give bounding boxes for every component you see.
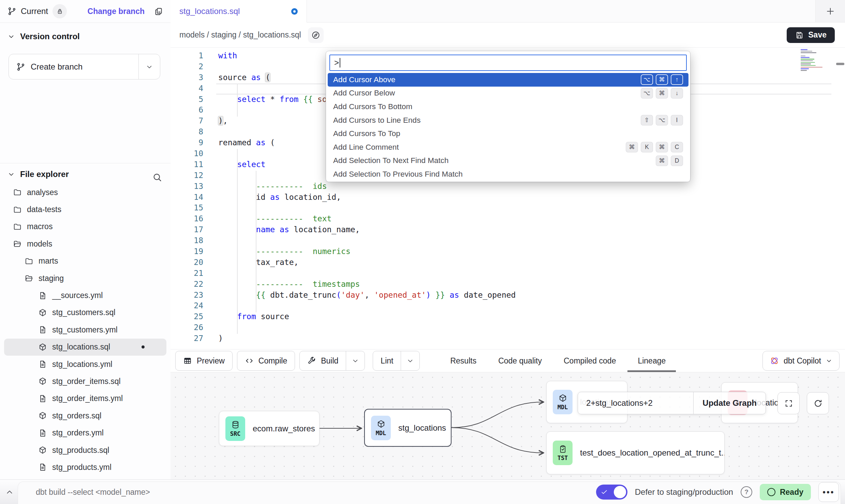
build-button[interactable]: Build: [299, 351, 365, 371]
lineage-selector-input[interactable]: 2+stg_locations+2: [578, 392, 693, 414]
line-number: 19: [171, 246, 209, 257]
fullscreen-button[interactable]: [777, 392, 800, 414]
copy-icon[interactable]: [154, 7, 163, 16]
folder-icon: [13, 222, 22, 231]
file-item-stg-products-yml[interactable]: stg_products.yml: [4, 459, 166, 476]
file-icon: [38, 360, 47, 369]
explore-lineage-button[interactable]: [308, 27, 324, 43]
file-explorer-header[interactable]: File explorer: [0, 163, 171, 179]
tab-code-quality[interactable]: Code quality: [498, 350, 542, 372]
build-dropdown[interactable]: [346, 351, 365, 370]
folder-item-staging[interactable]: staging: [4, 270, 166, 287]
create-branch-button[interactable]: Create branch: [9, 54, 160, 79]
model-cube-icon: [38, 308, 47, 317]
file-item-stg-locations-yml[interactable]: stg_locations.yml: [4, 356, 166, 373]
change-branch-link[interactable]: Change branch: [88, 7, 145, 16]
palette-item-add-cursor-above[interactable]: Add Cursor Above⌥⌘↑: [328, 73, 688, 87]
file-icon: [38, 291, 47, 300]
save-button[interactable]: Save: [787, 27, 835, 43]
file-item-stg-customers-yml[interactable]: stg_customers.yml: [4, 321, 166, 338]
palette-item-add-cursors-to-top[interactable]: Add Cursors To Top: [328, 127, 688, 140]
breadcrumb: models / staging / stg_locations.sql: [179, 30, 301, 40]
command-placeholder[interactable]: dbt build --select <model_name>: [36, 480, 150, 504]
model-cube-icon: [38, 411, 47, 420]
lineage-node-stg-locations[interactable]: MDL stg_locations: [364, 409, 451, 447]
palette-item-add-cursor-below[interactable]: Add Cursor Below⌥⌘↓: [328, 87, 688, 100]
file-item-stg-orders-sql[interactable]: stg_orders.sql: [4, 407, 166, 424]
help-icon[interactable]: ?: [741, 486, 752, 498]
create-branch-dropdown[interactable]: [138, 54, 160, 79]
new-tab-button[interactable]: [815, 0, 845, 22]
editor-scrollbar[interactable]: [836, 63, 844, 65]
palette-item-add-cursors-to-line-ends[interactable]: Add Cursors to Line Ends⇧⌥I: [328, 114, 688, 127]
version-control-header[interactable]: Version control: [0, 23, 171, 41]
file-item-stg-order-items-sql[interactable]: stg_order_items.sql: [4, 373, 166, 390]
model-cube-icon: [38, 446, 47, 455]
code-line: [209, 203, 218, 213]
file-item-sources-yml[interactable]: __sources.yml: [4, 287, 166, 304]
expand-command-bar-button[interactable]: [3, 485, 16, 499]
item-label: stg_order_items.sql: [52, 377, 121, 386]
create-branch-main[interactable]: Create branch: [9, 54, 138, 79]
folder-icon: [13, 188, 22, 197]
search-icon[interactable]: [152, 172, 162, 182]
file-item-stg-products-sql[interactable]: stg_products.sql: [4, 442, 166, 459]
palette-item-add-line-comment[interactable]: Add Line Comment⌘K⌘C: [328, 140, 688, 154]
code-line: select * from {{ sou: [209, 94, 331, 105]
editor-toolbar: Preview Compile Build Lint Results Code …: [171, 349, 845, 372]
file-explorer-title: File explorer: [20, 169, 69, 179]
minimap[interactable]: [801, 49, 830, 72]
folder-item-marts[interactable]: marts: [4, 253, 166, 270]
update-graph-button[interactable]: Update Graph: [693, 392, 766, 414]
item-label: stg_customers.sql: [52, 308, 115, 317]
command-palette-input[interactable]: >: [329, 55, 687, 71]
lint-dropdown[interactable]: [401, 351, 419, 370]
more-options-button[interactable]: •••: [818, 482, 839, 502]
code-line: [209, 148, 218, 159]
preview-button[interactable]: Preview: [175, 351, 233, 371]
file-item-stg-order-items-yml[interactable]: stg_order_items.yml: [4, 390, 166, 407]
file-item-stg-locations-sql[interactable]: stg_locations.sql: [4, 339, 166, 356]
code-line: ---------- text: [209, 213, 331, 224]
cube-icon: [558, 394, 567, 403]
folder-item-data-tests[interactable]: data-tests: [4, 201, 166, 218]
palette-item-add-selection-previous-match[interactable]: Add Selection To Previous Find Match: [328, 167, 688, 181]
lint-button[interactable]: Lint: [373, 351, 420, 371]
defer-toggle[interactable]: [596, 485, 627, 500]
palette-item-add-selection-next-match[interactable]: Add Selection To Next Find Match⌘D: [328, 154, 688, 168]
folder-icon: [25, 257, 33, 266]
lineage-canvas[interactable]: SRC ecom.raw_stores MDL stg_locations MD…: [171, 372, 845, 479]
code-line: ---------- ids: [209, 181, 327, 192]
refresh-graph-button[interactable]: [807, 392, 829, 414]
palette-item-add-cursors-to-bottom[interactable]: Add Cursors To Bottom: [328, 100, 688, 114]
toggle-knob: [614, 486, 626, 498]
folder-item-models[interactable]: models: [4, 235, 166, 252]
code-line: ),: [209, 116, 228, 127]
palette-item-label: Add Cursor Below: [333, 89, 395, 98]
node-label: test_does_location_opened_at_trunc_t...: [580, 448, 725, 458]
file-item-stg-orders-yml[interactable]: stg_orders.yml: [4, 424, 166, 441]
tab-lineage[interactable]: Lineage: [638, 350, 666, 372]
palette-item-label: Add Cursors To Top: [333, 129, 400, 138]
tab-results[interactable]: Results: [450, 350, 476, 372]
folder-item-analyses[interactable]: analyses: [4, 184, 166, 201]
shortcut-keys: ⌥⌘↓: [641, 88, 683, 99]
dbt-copilot-button[interactable]: dbt Copilot: [762, 351, 840, 371]
git-branch-icon: [8, 7, 16, 16]
line-number: 21: [171, 268, 209, 279]
tab-stg-locations-sql[interactable]: stg_locations.sql: [171, 0, 307, 23]
ready-label: Ready: [780, 488, 803, 497]
folder-item-macros[interactable]: macros: [4, 218, 166, 235]
file-item-stg-customers-sql[interactable]: stg_customers.sql: [4, 304, 166, 321]
model-cube-icon: [38, 343, 47, 352]
lineage-node-test[interactable]: TST test_does_location_opened_at_trunc_t…: [546, 431, 725, 474]
badge-label: SRC: [230, 430, 241, 437]
code-line: ): [209, 333, 223, 344]
tab-compiled-code[interactable]: Compiled code: [564, 350, 616, 372]
compile-button[interactable]: Compile: [237, 351, 295, 371]
item-label: marts: [39, 256, 58, 266]
lint-label: Lint: [381, 356, 393, 366]
file-icon: [38, 325, 47, 334]
lineage-node-source[interactable]: SRC ecom.raw_stores: [219, 411, 320, 446]
branch-locked-badge: [53, 4, 67, 18]
